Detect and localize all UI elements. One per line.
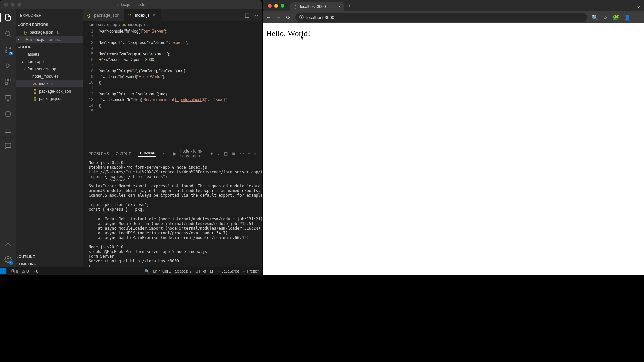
forward-button[interactable]: → [276,14,281,20]
more-icon[interactable]: ⋯ [75,13,79,17]
maximize-icon[interactable] [17,3,21,7]
extensions-icon[interactable]: 🧩 [612,14,619,21]
debug-icon[interactable] [3,61,13,70]
more-icon[interactable]: ⋯ [163,152,167,156]
tab-bar: {}package.json JSindex.js × ◫ ⋯ [83,9,262,21]
panel-tabs: PROBLEMS OUTPUT TERMINAL ⋯ ▶ node - form… [83,148,262,159]
minimize-icon[interactable] [274,4,278,8]
scm-icon[interactable]: 3 [3,45,13,54]
profile-icon[interactable]: 👤 [624,14,631,21]
svg-point-0 [6,31,10,36]
reload-button[interactable]: ⟳ [286,14,290,21]
tree-item-index.js[interactable]: JSindex.js [16,80,83,87]
code-section-header[interactable]: ⌄CODE [16,43,83,51]
shell-name[interactable]: node - form-server-app [180,149,206,158]
code-editor[interactable]: 123456789101112131415 "var">console."fn"… [83,28,262,148]
tree-item-form-server-app[interactable]: ⌄form-server-app [16,65,83,73]
tab-terminal[interactable]: TERMINAL [138,151,156,157]
back-button[interactable]: ← [266,14,271,20]
window-controls[interactable] [265,4,287,8]
split-terminal-icon[interactable]: ◫ [224,151,228,156]
globe-icon: ◌ [294,4,297,9]
gear-icon[interactable]: 1 [3,255,13,264]
graph-icon[interactable] [3,125,13,135]
tab-output[interactable]: OUTPUT [116,152,131,156]
address-bar[interactable]: ⓘ localhost:3000 [295,13,587,22]
remote-icon[interactable] [3,93,13,103]
more-icon[interactable]: ⋯ [240,151,244,156]
status-position[interactable]: Ln 7, Col 1 [153,269,171,273]
status-eol[interactable]: LF [210,269,214,273]
terminal[interactable]: Node.js v20.9.0 stephan@MacBook-Pro form… [83,159,262,267]
tab-problems[interactable]: PROBLEMS [89,152,109,156]
status-ports[interactable]: ⎘ 0 [33,269,38,273]
status-lang[interactable]: {} JavaScript [218,269,239,273]
minimize-icon[interactable] [11,3,15,7]
remote-indicator[interactable] [0,268,6,274]
titlebar: index.js — code [0,0,262,9]
tab-index-js[interactable]: JSindex.js × [124,9,161,21]
svg-point-2 [5,51,7,53]
tree-item-package.json[interactable]: {}package.json [16,95,83,102]
status-errors[interactable]: ⓧ 0 [11,269,18,274]
search-icon[interactable]: 🔍 [145,269,149,274]
outline-header[interactable]: ›OUTLINE [16,253,83,260]
maximize-icon[interactable] [281,4,284,8]
shell-icon: ▶ [173,151,176,156]
chevron-down-icon[interactable]: ⌄ [217,151,220,156]
svg-rect-6 [5,96,11,99]
browser-tab[interactable]: ◌ localhost:3000 × [290,2,344,11]
svg-rect-5 [5,82,7,84]
open-editor-item[interactable]: ×JSindex.js form-s... [16,36,83,43]
close-icon[interactable]: × [338,4,341,9]
azure-icon[interactable] [3,109,13,119]
status-bar: ⓧ 0 ⚠ 0 ⎘ 0 🔍 Ln 7, Col 1 Spaces: 2 UTF-… [0,267,262,275]
timeline-header[interactable]: ›TIMELINE [16,260,83,267]
vscode-window: index.js — code 3 1 EXPLORER ⋯ ⌄OPEN EDI… [0,0,262,275]
tree-item-assets[interactable]: ›assets [16,51,83,58]
window-controls[interactable] [0,3,21,7]
account-icon[interactable] [3,239,13,248]
menu-icon[interactable]: ⋮ [635,14,641,21]
bookmark-icon[interactable]: ☆ [603,14,608,21]
search-icon[interactable] [3,29,13,38]
more-icon[interactable]: ⋯ [253,12,258,18]
page-content: Hello, World! [263,23,644,275]
sidebar: EXPLORER ⋯ ⌄OPEN EDITORS {}package.json … [16,9,83,267]
close-icon[interactable] [4,3,8,7]
split-editor-icon[interactable]: ◫ [245,12,250,18]
status-prettier[interactable]: ✓ Prettier [243,269,259,274]
close-icon[interactable]: × [152,13,156,18]
new-tab-button[interactable]: + [344,3,355,8]
panel: PROBLEMS OUTPUT TERMINAL ⋯ ▶ node - form… [83,148,262,267]
chevron-down-icon[interactable]: ⌄ [636,3,644,9]
maximize-panel-icon[interactable]: ^ [248,151,250,156]
mouse-cursor [301,35,305,41]
svg-rect-3 [5,79,7,81]
tree-item-package-lock.json[interactable]: {}package-lock.json [16,87,83,95]
url-text: localhost:3000 [306,15,334,20]
status-encoding[interactable]: UTF-8 [196,269,206,273]
info-icon[interactable]: ⓘ [299,14,304,20]
window-title: index.js — code [116,2,145,7]
explorer-icon[interactable] [3,13,13,22]
page-heading: Hello, World! [266,29,641,38]
zoom-icon[interactable]: 🔍 [592,14,598,21]
breadcrumb[interactable]: form-server-app› JSindex.js› ... [83,21,262,28]
tab-package-json[interactable]: {}package.json [83,9,124,21]
new-terminal-icon[interactable]: + [210,151,213,156]
status-spaces[interactable]: Spaces: 2 [175,269,192,273]
trash-icon[interactable]: 🗑 [232,151,236,156]
tree-item-node_modules[interactable]: ›node_modules [16,73,83,80]
open-editors-header[interactable]: ⌄OPEN EDITORS [16,21,83,28]
tree-item-form-app[interactable]: ›form-app [16,58,83,65]
close-panel-icon[interactable]: × [254,151,256,156]
svg-point-9 [7,258,9,260]
status-warnings[interactable]: ⚠ 0 [22,269,29,274]
open-editor-item[interactable]: {}package.json f... [16,28,83,36]
gear-badge: 1 [9,261,13,265]
close-icon[interactable] [268,4,272,8]
comment-icon[interactable] [3,141,13,151]
extensions-icon[interactable] [3,77,13,86]
editor-group: {}package.json JSindex.js × ◫ ⋯ form-ser… [83,9,262,267]
